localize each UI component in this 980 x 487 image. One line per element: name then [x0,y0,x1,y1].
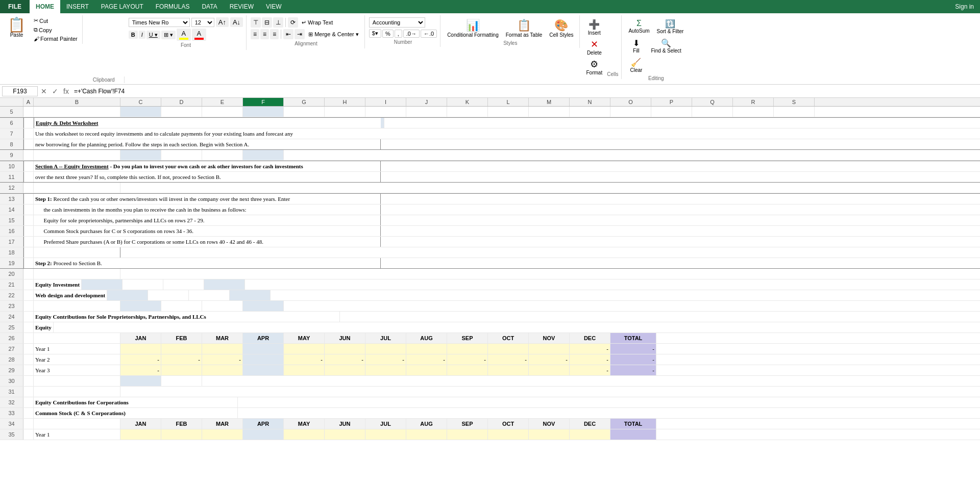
cell-e21[interactable] [163,279,204,290]
col-header-l[interactable]: L [488,98,529,106]
cell-b27[interactable]: Year 1 [34,344,120,354]
row-number[interactable]: 20 [0,269,23,279]
sort-filter-button[interactable]: 🔃 Sort & Filter [654,17,687,36]
wrap-text-button[interactable]: ↵ Wrap Text [299,18,335,28]
cell-s5[interactable] [774,107,815,117]
cell-e23[interactable] [202,301,243,311]
cell-b20[interactable] [34,269,120,279]
cell-m27[interactable] [529,344,570,354]
row-number[interactable]: 31 [0,387,23,397]
col-header-n[interactable]: N [570,98,610,106]
cell-n35[interactable] [570,429,610,440]
insert-tab[interactable]: INSERT [60,0,95,13]
row-number[interactable]: 26 [0,333,23,343]
cell-styles-button[interactable]: 🎨 Cell Styles [547,17,576,39]
cell-e9[interactable] [202,150,243,160]
percent-button[interactable]: % [382,30,394,38]
cell-c9[interactable] [120,150,161,160]
cell-g27[interactable] [284,344,325,354]
cell-f28[interactable] [243,354,284,365]
cell-a15[interactable] [23,215,34,225]
page-layout-tab[interactable]: PAGE LAYOUT [95,0,150,13]
cell-f23[interactable] [243,301,284,311]
cell-c5[interactable] [120,107,161,117]
col-header-d[interactable]: D [161,98,202,106]
cell-a16[interactable] [23,226,34,236]
row-number[interactable]: 28 [0,354,23,365]
col-header-p[interactable]: P [651,98,692,106]
data-tab[interactable]: DATA [195,0,223,13]
cell-d27[interactable] [161,344,202,354]
row-number[interactable]: 14 [0,204,23,215]
cell-m5[interactable] [529,107,570,117]
cancel-formula-icon[interactable]: ✕ [40,87,48,96]
formula-input[interactable] [72,87,978,96]
cell-e27[interactable] [202,344,243,354]
cell-b24[interactable]: Equity Contributions for Sole Proprietor… [34,312,340,322]
col-header-h[interactable]: H [325,98,365,106]
italic-button[interactable]: I [139,31,145,39]
col-header-b[interactable]: B [34,98,120,106]
cell-d23[interactable] [161,301,202,311]
file-tab[interactable]: FILE [0,0,30,13]
row-number[interactable]: 32 [0,397,23,407]
cell-may26[interactable]: MAY [284,333,325,343]
cell-e5[interactable] [202,107,243,117]
cell-i5[interactable] [365,107,406,117]
cell-j35[interactable] [406,429,447,440]
cell-i28[interactable]: - [365,354,406,365]
decrease-indent-button[interactable]: ⇤ [283,29,293,39]
cell-b13[interactable]: Step 1: Record the cash you or other own… [34,194,381,204]
cell-r5[interactable] [733,107,774,117]
cell-d21[interactable] [122,279,163,290]
row-number[interactable]: 29 [0,365,23,375]
cell-jun26[interactable]: JUN [325,333,365,343]
cell-k27[interactable] [447,344,488,354]
comma-button[interactable]: , [395,30,402,38]
cell-b6[interactable]: Equity & Debt Worksheet [34,118,381,128]
row-number[interactable]: 34 [0,419,23,429]
decrease-decimal-button[interactable]: ←.0 [421,30,437,38]
cell-total27[interactable]: - [610,344,656,354]
cell-apr26[interactable]: APR [243,333,284,343]
cell-a8[interactable] [23,139,34,149]
cell-b29[interactable]: Year 3 [34,365,120,375]
cell-b35[interactable]: Year 1 [34,429,120,440]
font-family-select[interactable]: Times New Ro [129,18,190,27]
row-number[interactable]: 11 [0,172,23,182]
autosum-button[interactable]: Σ AutoSum [626,17,652,36]
cell-sep34[interactable]: SEP [447,419,488,429]
cell-total26[interactable]: TOTAL [610,333,656,343]
cell-c22[interactable] [107,290,148,300]
cell-jan26[interactable]: JAN [120,333,161,343]
cell-nov26[interactable]: NOV [529,333,570,343]
cell-a29[interactable] [23,365,34,375]
cell-a34[interactable] [23,419,34,429]
col-header-o[interactable]: O [610,98,651,106]
cell-b33[interactable]: Common Stock (C & S Corporations) [34,408,238,418]
cell-reference-input[interactable] [2,86,38,96]
row-number[interactable]: 5 [0,107,23,117]
cell-a14[interactable] [23,204,34,215]
cell-b8[interactable]: new borrowing for the planning period. F… [34,139,381,149]
fill-color-button[interactable]: A [177,29,191,41]
insert-button[interactable]: ➕ Insert [584,17,604,37]
cell-d30[interactable] [161,376,202,386]
cell-k5[interactable] [447,107,488,117]
cell-b19[interactable]: Step 2: Proceed to Section B. [34,258,381,268]
cell-b23[interactable] [34,301,120,311]
row-number[interactable]: 10 [0,161,23,171]
cell-k28[interactable]: - [447,354,488,365]
cell-c21[interactable] [82,279,122,290]
row-number[interactable]: 23 [0,301,23,311]
cell-f6[interactable] [381,118,384,128]
sign-in-button[interactable]: Sign in [949,0,980,13]
row-number[interactable]: 35 [0,429,23,440]
cell-e29[interactable] [202,365,243,375]
row-number[interactable]: 6 [0,118,23,128]
cell-a23[interactable] [23,301,34,311]
bold-button[interactable]: B [129,31,138,39]
align-top-button[interactable]: ⊤ [251,17,261,28]
cell-n27[interactable]: - [570,344,610,354]
cell-dec34[interactable]: DEC [570,419,610,429]
